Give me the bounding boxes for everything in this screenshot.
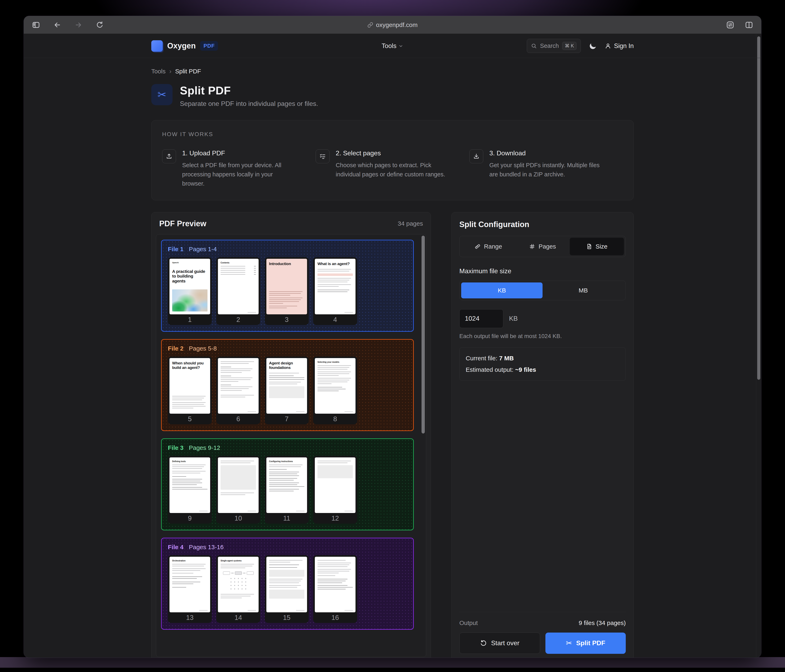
page-number: 2 [218,314,259,325]
page-brand: OpenAI [172,262,208,264]
tab-label: Pages [538,243,556,250]
page-thumbnail[interactable]: Configuring instructions [265,456,309,524]
page-thumbnail[interactable]: Defining tools 9 [168,456,212,524]
page-thumbnail[interactable]: When should you build an agent? 5 [168,356,212,424]
address-bar[interactable]: oxygenpdf.com [367,22,418,28]
file-group-1[interactable]: File 1 Pages 1-4 OpenAI A practical guid… [161,240,414,332]
page-thumbnail[interactable]: Orchestration [168,555,212,623]
link-icon [367,22,373,28]
page-subtitle: Separate one PDF into individual pages o… [180,100,318,108]
page-scrollbar-thumb[interactable] [757,36,760,380]
split-configuration-panel: Split Configuration Range Pages Size [451,212,634,658]
page-heading: A practical guide to building agents [172,269,208,283]
output-label: Output [459,619,478,627]
page-thumbnail[interactable]: Introduction 3 [265,257,309,325]
page-thumbnail[interactable]: 15 [265,555,309,623]
file-group-range: Pages 5-8 [189,345,217,352]
page-thumbnail[interactable]: 10 [216,456,260,524]
upload-icon [162,149,176,163]
file-group-label: File 3 [168,444,184,451]
breadcrumb-current: Split PDF [175,68,201,75]
page-thumbnail[interactable]: 16 [313,555,357,623]
preview-scrollbar[interactable] [421,235,425,656]
breadcrumb-tools-link[interactable]: Tools [151,68,166,75]
search-placeholder: Search [540,42,559,49]
download-icon [469,149,483,163]
nav-tools-menu[interactable]: Tools [382,42,403,50]
reload-icon[interactable] [96,21,104,29]
sign-in-label: Sign In [614,42,634,50]
current-file-value: 7 MB [499,355,514,361]
browser-toolbar: oxygenpdf.com [24,16,761,34]
forward-icon[interactable] [74,21,83,29]
unit-kb-button[interactable]: KB [461,283,543,298]
site-header: Oxygen PDF Tools Search ⌘ K [24,34,761,58]
file-group-range: Pages 13-16 [189,544,224,551]
estimated-output-value: ~9 files [515,366,536,373]
page-thumbnail[interactable]: Selecting your models 8 [313,356,357,424]
search-icon [531,43,537,49]
tab-range[interactable]: Range [461,238,515,255]
sign-in-button[interactable]: Sign In [605,42,634,50]
page-number: 14 [218,612,259,623]
page-thumbnail[interactable]: What is an agent? [313,257,357,325]
page-number: 11 [266,513,307,524]
page-thumbnail[interactable]: Contents 2 [216,257,260,325]
page-number: 5 [169,414,210,424]
search-input[interactable]: Search ⌘ K [527,39,581,53]
page-number: 16 [315,612,355,623]
step-description: Choose which pages to extract. Pick indi… [336,161,450,179]
page-number: 10 [218,513,259,524]
back-icon[interactable] [53,21,61,29]
url-text: oxygenpdf.com [376,22,418,28]
page-title: Split PDF [180,84,318,97]
page-thumbnail[interactable]: OpenAI A practical guide to building age… [168,257,212,325]
start-over-label: Start over [491,639,519,647]
page-heading: Configuring instructions [269,460,304,463]
split-pdf-label: Split PDF [576,639,605,647]
page-heading: Orchestration [172,559,208,562]
page-heading: What is an agent? [317,262,353,266]
page-thumbnail[interactable]: 6 [216,356,260,424]
brand-logo[interactable]: Oxygen PDF [151,40,218,52]
tab-label: Range [484,243,502,250]
page-number: 7 [266,414,307,424]
page-thumbnail[interactable]: 12 [313,456,357,524]
file-group-range: Pages 9-12 [189,444,220,451]
output-summary: 9 files (34 pages) [579,619,626,627]
file-group-2[interactable]: File 2 Pages 5-8 When should you build a… [161,339,414,431]
estimated-output-label: Estimated output: [466,366,513,373]
page-number: 1 [169,314,210,325]
how-it-works-card: HOW IT WORKS 1. Upload PDF Select a PDF … [151,120,634,200]
page-heading: When should you build an agent? [172,361,208,370]
tab-pages[interactable]: Pages [515,238,569,255]
sidebar-toggle-icon[interactable] [32,21,40,29]
step-upload: 1. Upload PDF Select a PDF file from you… [162,149,316,188]
step-description: Get your split PDFs instantly. Multiple … [489,161,604,179]
page-thumbnail[interactable]: Agent design foundations 7 [265,356,309,424]
browser-window: oxygenpdf.com Oxygen PDF Tools [24,16,761,658]
tab-size[interactable]: Size [570,238,624,255]
page-settings-icon[interactable] [726,21,734,29]
file-group-label: File 1 [168,246,184,253]
size-value-input[interactable] [459,309,503,328]
unit-mb-button[interactable]: MB [543,283,624,298]
pdf-preview-panel: PDF Preview 34 pages File 1 Pages 1-4 [151,212,431,658]
page-thumbnail[interactable]: Single-agent systems [216,555,260,623]
preview-scroll-area[interactable]: File 1 Pages 1-4 OpenAI A practical guid… [156,234,426,657]
split-view-icon[interactable] [745,21,753,29]
brand-mark-icon [151,40,163,52]
split-pdf-button[interactable]: ✂ Split PDF [546,633,626,654]
page-scrollbar[interactable] [756,34,761,658]
preview-scrollbar-thumb[interactable] [422,236,425,433]
file-group-4[interactable]: File 4 Pages 13-16 Orchestration [161,538,414,630]
dark-mode-toggle-icon[interactable] [589,42,597,50]
file-group-3[interactable]: File 3 Pages 9-12 Defining tools [161,438,414,530]
breadcrumb-separator: › [169,67,172,75]
page-heading: Defining tools [172,460,208,463]
cover-art-image [172,289,208,311]
ruler-icon [474,244,481,250]
start-over-button[interactable]: Start over [459,633,540,654]
page-heading: Single-agent systems [220,559,256,562]
agent-diagram [220,572,256,575]
